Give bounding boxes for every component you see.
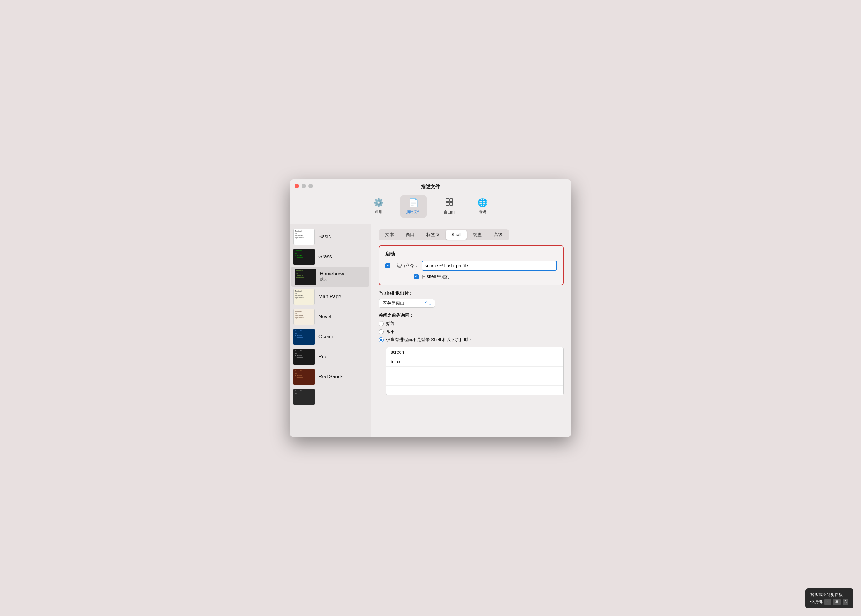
- tab-advanced[interactable]: 高级: [488, 230, 508, 239]
- titlebar: 描述文件 ⚙️ 通用 📄 描述文件 窗口组: [290, 179, 571, 224]
- process-item-empty1[interactable]: [386, 367, 564, 376]
- thumbnail-redsands: Terminal#topATSServerloginwindow: [293, 369, 315, 385]
- thumb-content-last: Terminal#top: [293, 389, 315, 396]
- process-item-tmux[interactable]: tmux: [386, 357, 564, 367]
- profile-name-redsands: Red Sands: [318, 374, 343, 380]
- profile-name-grass: Grass: [318, 254, 332, 259]
- tab-tabpage[interactable]: 标签页: [421, 230, 445, 239]
- sidebar-item-last[interactable]: Terminal#top: [290, 387, 371, 407]
- close-button[interactable]: [295, 184, 299, 188]
- thumb-content-manpage: Terminal#topATSServerloginwindow: [294, 289, 315, 300]
- run-command-checkbox[interactable]: [386, 263, 390, 268]
- gear-icon: ⚙️: [373, 198, 384, 207]
- encoding-icon: 🌐: [477, 198, 488, 207]
- toolbar-item-general[interactable]: ⚙️ 通用: [368, 195, 389, 218]
- tooltip-shortcut-label: 快捷键: [810, 599, 823, 605]
- profile-name-basic: Basic: [318, 234, 331, 239]
- profile-name-pro: Pro: [318, 354, 326, 360]
- sidebar-item-novel[interactable]: Terminal#topATSServerloginwindow Novel: [290, 307, 371, 327]
- run-in-shell-label: 在 shell 中运行: [421, 274, 450, 280]
- homebrew-labels: Homebrew 默认: [320, 271, 344, 282]
- sidebar-item-manpage[interactable]: Terminal#topATSServerloginwindow Man Pag…: [290, 287, 371, 307]
- key-badge-cmd: ⌘: [833, 599, 841, 605]
- windowgroup-icon: [445, 198, 453, 208]
- tooltip: 拷贝截图到剪切板 快捷键 ⌃ ⌘ 3: [805, 588, 853, 608]
- default-label: 默认: [320, 277, 344, 282]
- process-item-screen[interactable]: screen: [386, 347, 564, 357]
- toolbar: ⚙️ 通用 📄 描述文件 窗口组 🌐: [368, 194, 493, 222]
- run-command-input[interactable]: [422, 261, 557, 271]
- svg-rect-2: [446, 202, 449, 206]
- minimize-button[interactable]: [302, 184, 306, 188]
- when-exits-section: 当 shell 退出时： 不关闭窗口 关闭窗口 关闭标签页 ⌃⌄: [379, 291, 564, 308]
- exits-select-container: 不关闭窗口 关闭窗口 关闭标签页 ⌃⌄: [379, 299, 435, 308]
- run-command-row: 运行命令：: [386, 261, 557, 271]
- run-command-label: 运行命令：: [394, 263, 419, 269]
- tab-window[interactable]: 窗口: [400, 230, 420, 239]
- toolbar-item-encoding[interactable]: 🌐 编码: [472, 195, 493, 218]
- sidebar-item-basic[interactable]: Terminal#topATSServerloginwindow Basic: [290, 227, 371, 247]
- process-item-empty2[interactable]: [386, 376, 564, 385]
- tooltip-text: 拷贝截图到剪切板: [810, 592, 848, 598]
- thumbnail-ocean: Terminal#topATSServerloginwindow: [293, 328, 315, 345]
- tab-keyboard[interactable]: 键盘: [467, 230, 488, 239]
- process-list: screen tmux: [386, 347, 564, 395]
- svg-rect-1: [450, 198, 453, 202]
- sidebar-item-pro[interactable]: Terminal#topATSServerloginwindow Pro: [290, 347, 371, 367]
- maximize-button[interactable]: [309, 184, 313, 188]
- thumb-content-novel: Terminal#topATSServerloginwindow: [294, 309, 315, 320]
- radio-conditional-dot[interactable]: [379, 337, 384, 343]
- ask-before-close-label: 关闭之前先询问：: [379, 313, 564, 318]
- svg-rect-3: [450, 202, 453, 206]
- content-area: Terminal#topATSServerloginwindow Basic T…: [290, 224, 571, 437]
- run-in-shell-row: 在 shell 中运行: [414, 274, 557, 280]
- thumbnail-grass: Terminal#topATSServerloginwindow: [293, 248, 315, 265]
- radio-never-option: 永不: [379, 329, 564, 335]
- profile-name-novel: Novel: [318, 314, 331, 320]
- tab-text[interactable]: 文本: [379, 230, 400, 239]
- tooltip-shortcut-row: 快捷键 ⌃ ⌘ 3: [810, 599, 848, 605]
- toolbar-item-profiles[interactable]: 📄 描述文件: [400, 195, 427, 218]
- thumbnail-basic: Terminal#topATSServerloginwindow: [293, 229, 315, 245]
- tab-shell[interactable]: Shell: [446, 230, 467, 239]
- toolbar-label-general: 通用: [375, 209, 382, 215]
- thumbnail-pro: Terminal#topATSServerloginwindow: [293, 349, 315, 365]
- toolbar-label-windowgroups: 窗口组: [444, 210, 455, 215]
- radio-group: 始终 永不 仅当有进程而不是登录 Shell 和以下项目时：: [379, 321, 564, 343]
- run-in-shell-checkbox[interactable]: [414, 274, 419, 279]
- radio-always-dot[interactable]: [379, 321, 384, 326]
- profile-name-manpage: Man Page: [318, 294, 342, 300]
- window-title: 描述文件: [421, 184, 440, 190]
- thumb-content-grass: Terminal#topATSServerloginwindow: [293, 248, 315, 260]
- radio-conditional-option: 仅当有进程而不是登录 Shell 和以下项目时：: [379, 337, 564, 343]
- thumb-content-redsands: Terminal#topATSServerloginwindow: [293, 369, 315, 380]
- ask-before-close-section: 关闭之前先询问： 始终 永不 仅当有进程而不是登录 Shell 和以下项目时：: [379, 313, 564, 395]
- sidebar-item-redsands[interactable]: Terminal#topATSServerloginwindow Red San…: [290, 367, 371, 387]
- startup-section-title: 启动: [386, 251, 557, 257]
- thumb-content-basic: Terminal#topATSServerloginwindow: [294, 229, 315, 240]
- toolbar-label-profiles: 描述文件: [406, 209, 421, 215]
- sidebar-item-homebrew[interactable]: Terminal#topATSServerloginwindow Homebre…: [291, 267, 370, 287]
- tabs-bar: 文本 窗口 标签页 Shell 键盘 高级: [379, 229, 509, 240]
- profile-name-homebrew: Homebrew: [320, 271, 344, 277]
- thumbnail-novel: Terminal#topATSServerloginwindow: [293, 309, 315, 325]
- startup-section: 启动 运行命令： 在 shell 中运行: [379, 245, 564, 285]
- profile-name-ocean: Ocean: [318, 334, 333, 339]
- svg-rect-0: [446, 198, 449, 202]
- toolbar-label-encoding: 编码: [479, 209, 486, 215]
- toolbar-item-windowgroups[interactable]: 窗口组: [438, 195, 461, 218]
- sidebar-item-grass[interactable]: Terminal#topATSServerloginwindow Grass: [290, 247, 371, 267]
- radio-always-label: 始终: [386, 321, 395, 327]
- key-badge-3: 3: [842, 599, 848, 605]
- thumb-content-pro: Terminal#topATSServerloginwindow: [293, 349, 315, 360]
- radio-always-option: 始终: [379, 321, 564, 327]
- main-panel: 文本 窗口 标签页 Shell 键盘 高级 启动 运行命令： 在 shell 中…: [371, 224, 571, 437]
- sidebar-item-ocean[interactable]: Terminal#topATSServerloginwindow Ocean: [290, 327, 371, 347]
- process-item-empty3[interactable]: [386, 385, 564, 395]
- thumb-content-homebrew: Terminal#topATSServerloginwindow: [295, 269, 316, 280]
- radio-never-label: 永不: [386, 329, 395, 335]
- radio-never-dot[interactable]: [379, 329, 384, 334]
- thumbnail-homebrew: Terminal#topATSServerloginwindow: [295, 269, 316, 285]
- key-badge-ctrl: ⌃: [825, 599, 831, 605]
- exits-select[interactable]: 不关闭窗口 关闭窗口 关闭标签页: [379, 299, 435, 308]
